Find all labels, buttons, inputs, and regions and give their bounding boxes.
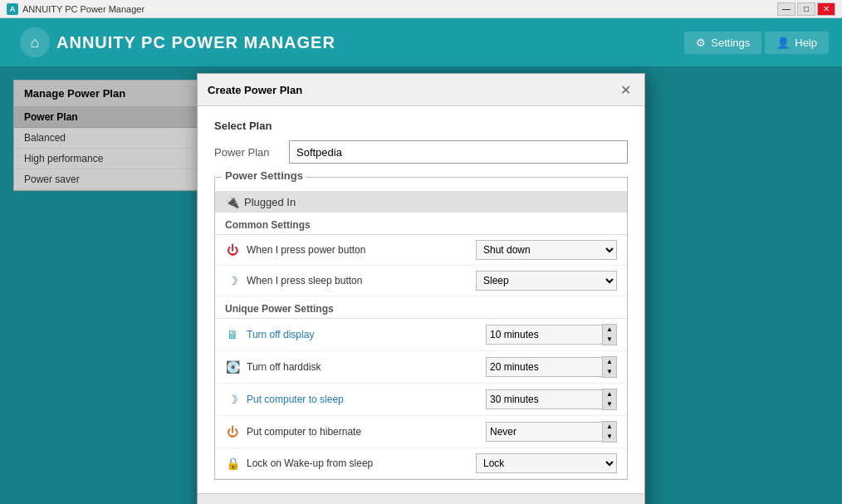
help-button[interactable]: 👤 Help [765,32,829,54]
title-bar: A ANNUITY PC Power Manager — □ ✕ [0,0,842,18]
sleep-button-setting: ☽ When I press sleep button Shut down Sl… [215,266,627,296]
dialog-title-bar: Create Power Plan ✕ [198,74,644,106]
computer-sleep-spinner-buttons: ▲ ▼ [602,389,617,410]
turn-off-display-input[interactable] [486,325,602,345]
computer-sleep-up[interactable]: ▲ [603,389,616,399]
computer-hibernate-setting: ⏻ Put computer to hibernate ▲ ▼ [215,416,627,448]
app-icon: A [7,3,18,15]
lock-wakeup-label: Lock on Wake-up from sleep [247,458,476,469]
dialog-body: Select Plan Power Plan Power Settings 🔌 … [198,106,644,493]
computer-sleep-input[interactable] [486,389,602,409]
background-panel: Manage Power Plan Power Plan Schedu... B… [0,66,842,504]
header-actions: ⚙ Settings 👤 Help [684,32,829,54]
computer-sleep-down[interactable]: ▼ [603,399,616,409]
computer-hibernate-label: Put computer to hibernate [247,426,486,438]
common-settings-title: Common Settings [215,213,627,235]
turn-off-display-label: Turn off display [247,329,486,340]
sleep-button-label: When I press sleep button [247,275,476,286]
lock-wakeup-setting: 🔒 Lock on Wake-up from sleep Lock Don't … [215,448,627,479]
power-button-setting: ⏻ When I press power button Shut down Sl… [215,235,627,266]
settings-button[interactable]: ⚙ Settings [684,32,761,54]
turn-off-harddisk-spinner-buttons: ▲ ▼ [602,356,617,378]
dialog-title: Create Power Plan [208,84,302,96]
power-settings-legend: Power Settings [222,169,306,182]
computer-sleep-icon: ☽ [225,392,240,407]
sleep-button-icon: ☽ [225,273,240,288]
minimize-button[interactable]: — [777,2,795,16]
gear-icon: ⚙ [696,37,706,49]
turn-off-display-spinner: ▲ ▼ [486,324,617,345]
dialog-footer: Create and Schedule Close [198,493,644,504]
main-content: Manage Power Plan Power Plan Schedu... B… [0,66,842,504]
turn-off-display-up[interactable]: ▲ [603,325,616,335]
turn-off-harddisk-spinner: ▲ ▼ [486,356,617,378]
app-title: ANNUITY PC POWER MANAGER [56,33,335,52]
lock-wakeup-select[interactable]: Lock Don't lock [476,453,617,473]
turn-off-harddisk-setting: 💽 Turn off harddisk ▲ ▼ [215,351,627,384]
plan-name-row: Power Plan [214,140,628,164]
computer-hibernate-down[interactable]: ▼ [603,432,616,442]
help-icon: 👤 [776,37,790,49]
unique-settings-title: Unique Power Settings [215,296,627,319]
power-plan-input[interactable] [289,140,628,164]
turn-off-display-down[interactable]: ▼ [603,335,616,345]
harddisk-icon: 💽 [225,360,240,374]
plugged-in-label: Plugged In [244,196,296,208]
computer-hibernate-icon: ⏻ [225,424,240,439]
plug-icon: 🔌 [225,195,239,208]
power-button-label: When I press power button [247,244,476,256]
turn-off-display-spinner-buttons: ▲ ▼ [602,324,617,345]
power-button-icon: ⏻ [225,242,240,257]
turn-off-harddisk-down[interactable]: ▼ [603,367,616,377]
computer-hibernate-up[interactable]: ▲ [603,422,616,432]
computer-sleep-label: Put computer to sleep [247,394,486,405]
computer-sleep-spinner: ▲ ▼ [486,389,617,410]
turn-off-harddisk-input[interactable] [486,357,602,377]
dialog-close-button[interactable]: ✕ [616,81,634,99]
display-icon: 🖥 [225,327,240,342]
dialog-overlay: Create Power Plan ✕ Select Plan Power Pl… [0,66,842,504]
computer-hibernate-spinner: ▲ ▼ [486,421,617,443]
plugged-in-bar: 🔌 Plugged In [215,191,627,213]
computer-hibernate-input[interactable] [486,422,602,442]
maximize-button[interactable]: □ [797,2,815,16]
power-plan-label: Power Plan [214,146,289,159]
sleep-button-select[interactable]: Shut down Sleep Hibernate Do nothing [476,271,617,291]
lock-icon: 🔒 [225,456,240,471]
select-plan-section-title: Select Plan [214,120,628,132]
computer-hibernate-spinner-buttons: ▲ ▼ [602,421,617,443]
turn-off-harddisk-label: Turn off harddisk [247,361,486,373]
create-power-plan-dialog: Create Power Plan ✕ Select Plan Power Pl… [197,73,645,504]
window-title: ANNUITY PC Power Manager [22,4,144,14]
power-button-select[interactable]: Shut down Sleep Hibernate Do nothing [476,240,617,260]
app-header: ⌂ ANNUITY PC POWER MANAGER ⚙ Settings 👤 … [0,18,842,66]
turn-off-display-setting: 🖥 Turn off display ▲ ▼ [215,319,627,351]
home-icon[interactable]: ⌂ [20,27,50,57]
computer-sleep-setting: ☽ Put computer to sleep ▲ ▼ [215,384,627,416]
window-close-button[interactable]: ✕ [817,2,835,16]
window-controls: — □ ✕ [777,2,835,16]
turn-off-harddisk-up[interactable]: ▲ [603,357,616,367]
